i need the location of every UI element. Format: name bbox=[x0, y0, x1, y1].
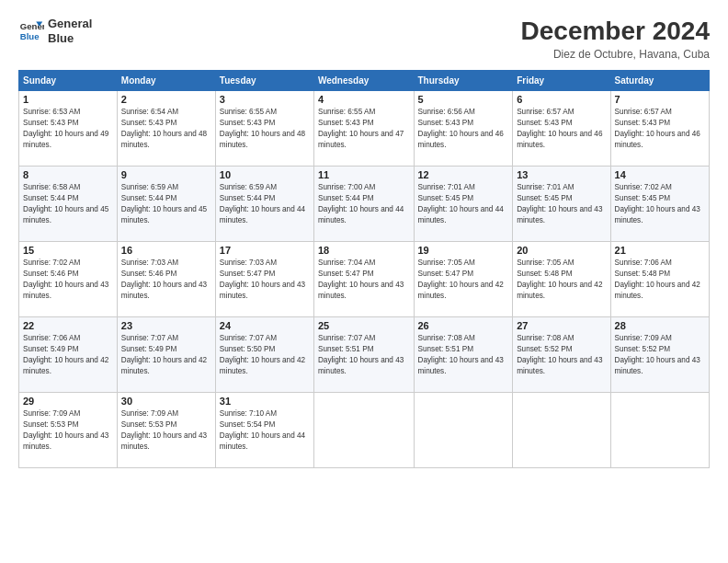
day-info: Sunrise: 7:00 AMSunset: 5:44 PMDaylight:… bbox=[318, 183, 404, 224]
table-row: 15 Sunrise: 7:02 AMSunset: 5:46 PMDaylig… bbox=[19, 242, 118, 317]
table-row: 31 Sunrise: 7:10 AMSunset: 5:54 PMDaylig… bbox=[215, 393, 313, 468]
header: General Blue General Blue December 2024 … bbox=[18, 17, 710, 61]
page: General Blue General Blue December 2024 … bbox=[0, 0, 728, 563]
empty-cell bbox=[610, 393, 709, 468]
day-number: 1 bbox=[23, 94, 113, 105]
table-row: 27 Sunrise: 7:08 AMSunset: 5:52 PMDaylig… bbox=[513, 317, 610, 393]
table-row: 18 Sunrise: 7:04 AMSunset: 5:47 PMDaylig… bbox=[313, 242, 414, 317]
table-row: 20 Sunrise: 7:05 AMSunset: 5:48 PMDaylig… bbox=[513, 242, 610, 317]
day-info: Sunrise: 6:54 AMSunset: 5:43 PMDaylight:… bbox=[121, 108, 207, 149]
day-number: 12 bbox=[418, 169, 509, 180]
day-info: Sunrise: 6:55 AMSunset: 5:43 PMDaylight:… bbox=[318, 108, 404, 149]
day-number: 26 bbox=[418, 320, 509, 331]
logo: General Blue General Blue bbox=[18, 17, 92, 45]
calendar-table: Sunday Monday Tuesday Wednesday Thursday… bbox=[18, 70, 710, 468]
day-info: Sunrise: 7:03 AMSunset: 5:46 PMDaylight:… bbox=[121, 259, 207, 300]
day-number: 10 bbox=[220, 169, 310, 180]
day-number: 3 bbox=[220, 94, 310, 105]
day-number: 28 bbox=[615, 320, 705, 331]
month-title: December 2024 bbox=[521, 17, 710, 46]
empty-cell bbox=[414, 393, 513, 468]
day-info: Sunrise: 7:05 AMSunset: 5:47 PMDaylight:… bbox=[418, 259, 504, 300]
table-row: 22 Sunrise: 7:06 AMSunset: 5:49 PMDaylig… bbox=[19, 317, 118, 393]
day-number: 29 bbox=[23, 396, 113, 407]
day-info: Sunrise: 6:56 AMSunset: 5:43 PMDaylight:… bbox=[418, 108, 504, 149]
table-row: 6 Sunrise: 6:57 AMSunset: 5:43 PMDayligh… bbox=[513, 91, 610, 167]
day-info: Sunrise: 6:53 AMSunset: 5:43 PMDaylight:… bbox=[23, 108, 108, 149]
title-block: December 2024 Diez de Octubre, Havana, C… bbox=[521, 17, 710, 61]
empty-cell bbox=[313, 393, 414, 468]
day-info: Sunrise: 7:07 AMSunset: 5:50 PMDaylight:… bbox=[220, 334, 305, 375]
col-wednesday: Wednesday bbox=[313, 71, 414, 91]
day-number: 25 bbox=[318, 320, 410, 331]
empty-cell bbox=[513, 393, 610, 468]
logo-text-blue: Blue bbox=[48, 31, 92, 46]
day-number: 13 bbox=[517, 169, 606, 180]
day-info: Sunrise: 7:02 AMSunset: 5:45 PMDaylight:… bbox=[615, 183, 700, 224]
day-number: 20 bbox=[517, 245, 606, 256]
col-thursday: Thursday bbox=[414, 71, 513, 91]
table-row: 17 Sunrise: 7:03 AMSunset: 5:47 PMDaylig… bbox=[215, 242, 313, 317]
day-info: Sunrise: 7:03 AMSunset: 5:47 PMDaylight:… bbox=[220, 259, 305, 300]
day-number: 19 bbox=[418, 245, 509, 256]
day-number: 16 bbox=[121, 245, 211, 256]
col-tuesday: Tuesday bbox=[215, 71, 313, 91]
day-number: 31 bbox=[220, 396, 310, 407]
table-row: 5 Sunrise: 6:56 AMSunset: 5:43 PMDayligh… bbox=[414, 91, 513, 167]
table-row: 12 Sunrise: 7:01 AMSunset: 5:45 PMDaylig… bbox=[414, 167, 513, 242]
day-number: 14 bbox=[615, 169, 705, 180]
day-number: 9 bbox=[121, 169, 211, 180]
table-row: 21 Sunrise: 7:06 AMSunset: 5:48 PMDaylig… bbox=[610, 242, 709, 317]
table-row: 23 Sunrise: 7:07 AMSunset: 5:49 PMDaylig… bbox=[117, 317, 215, 393]
table-row: 2 Sunrise: 6:54 AMSunset: 5:43 PMDayligh… bbox=[117, 91, 215, 167]
day-number: 15 bbox=[23, 245, 113, 256]
table-row: 4 Sunrise: 6:55 AMSunset: 5:43 PMDayligh… bbox=[313, 91, 414, 167]
day-number: 21 bbox=[615, 245, 705, 256]
logo-text-general: General bbox=[48, 17, 92, 31]
day-info: Sunrise: 6:57 AMSunset: 5:43 PMDaylight:… bbox=[615, 108, 700, 149]
day-info: Sunrise: 7:08 AMSunset: 5:52 PMDaylight:… bbox=[517, 334, 602, 375]
day-info: Sunrise: 7:09 AMSunset: 5:53 PMDaylight:… bbox=[23, 409, 108, 451]
day-info: Sunrise: 7:10 AMSunset: 5:54 PMDaylight:… bbox=[220, 409, 305, 451]
day-number: 4 bbox=[318, 94, 410, 105]
col-sunday: Sunday bbox=[19, 71, 118, 91]
table-row: 19 Sunrise: 7:05 AMSunset: 5:47 PMDaylig… bbox=[414, 242, 513, 317]
day-number: 17 bbox=[220, 245, 310, 256]
day-info: Sunrise: 6:59 AMSunset: 5:44 PMDaylight:… bbox=[220, 183, 305, 224]
day-number: 8 bbox=[23, 169, 113, 180]
day-number: 2 bbox=[121, 94, 211, 105]
day-info: Sunrise: 6:55 AMSunset: 5:43 PMDaylight:… bbox=[220, 108, 305, 149]
day-info: Sunrise: 7:09 AMSunset: 5:52 PMDaylight:… bbox=[615, 334, 700, 375]
table-row: 24 Sunrise: 7:07 AMSunset: 5:50 PMDaylig… bbox=[215, 317, 313, 393]
day-number: 5 bbox=[418, 94, 509, 105]
day-info: Sunrise: 7:08 AMSunset: 5:51 PMDaylight:… bbox=[418, 334, 504, 375]
day-info: Sunrise: 7:06 AMSunset: 5:48 PMDaylight:… bbox=[615, 259, 700, 300]
location: Diez de Octubre, Havana, Cuba bbox=[521, 48, 710, 61]
table-row: 16 Sunrise: 7:03 AMSunset: 5:46 PMDaylig… bbox=[117, 242, 215, 317]
col-monday: Monday bbox=[117, 71, 215, 91]
day-info: Sunrise: 6:58 AMSunset: 5:44 PMDaylight:… bbox=[23, 183, 108, 224]
day-info: Sunrise: 6:59 AMSunset: 5:44 PMDaylight:… bbox=[121, 183, 207, 224]
day-number: 30 bbox=[121, 396, 211, 407]
logo-icon: General Blue bbox=[18, 18, 44, 44]
table-row: 9 Sunrise: 6:59 AMSunset: 5:44 PMDayligh… bbox=[117, 167, 215, 242]
day-info: Sunrise: 7:02 AMSunset: 5:46 PMDaylight:… bbox=[23, 259, 108, 300]
day-info: Sunrise: 7:07 AMSunset: 5:49 PMDaylight:… bbox=[121, 334, 207, 375]
table-row: 11 Sunrise: 7:00 AMSunset: 5:44 PMDaylig… bbox=[313, 167, 414, 242]
day-info: Sunrise: 7:01 AMSunset: 5:45 PMDaylight:… bbox=[517, 183, 602, 224]
day-number: 23 bbox=[121, 320, 211, 331]
day-number: 24 bbox=[220, 320, 310, 331]
table-row: 10 Sunrise: 6:59 AMSunset: 5:44 PMDaylig… bbox=[215, 167, 313, 242]
day-number: 18 bbox=[318, 245, 410, 256]
table-row: 3 Sunrise: 6:55 AMSunset: 5:43 PMDayligh… bbox=[215, 91, 313, 167]
table-row: 26 Sunrise: 7:08 AMSunset: 5:51 PMDaylig… bbox=[414, 317, 513, 393]
table-row: 28 Sunrise: 7:09 AMSunset: 5:52 PMDaylig… bbox=[610, 317, 709, 393]
table-row: 29 Sunrise: 7:09 AMSunset: 5:53 PMDaylig… bbox=[19, 393, 118, 468]
svg-text:Blue: Blue bbox=[20, 30, 40, 40]
day-info: Sunrise: 7:06 AMSunset: 5:49 PMDaylight:… bbox=[23, 334, 108, 375]
day-info: Sunrise: 7:07 AMSunset: 5:51 PMDaylight:… bbox=[318, 334, 404, 375]
col-saturday: Saturday bbox=[610, 71, 709, 91]
table-row: 25 Sunrise: 7:07 AMSunset: 5:51 PMDaylig… bbox=[313, 317, 414, 393]
day-info: Sunrise: 7:09 AMSunset: 5:53 PMDaylight:… bbox=[121, 409, 207, 451]
day-info: Sunrise: 6:57 AMSunset: 5:43 PMDaylight:… bbox=[517, 108, 602, 149]
